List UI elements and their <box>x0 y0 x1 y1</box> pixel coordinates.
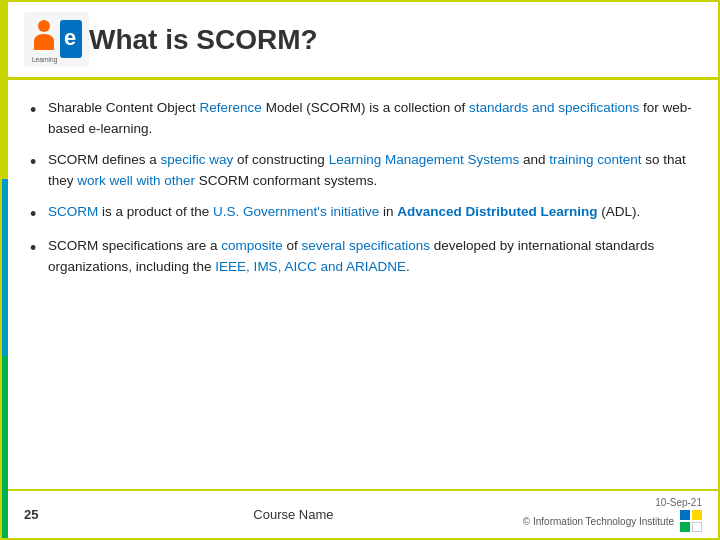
span-ieee: IEEE, IMS, AICC and ARIADNE <box>215 259 406 274</box>
slide-content: • Sharable Content Object Reference Mode… <box>2 80 718 489</box>
grid-sq-2 <box>692 510 702 520</box>
span-standards: standards and specifications <box>469 100 639 115</box>
span-specific-way: specific way <box>161 152 234 167</box>
slide-header: e Learning What is SCORM? <box>2 2 718 80</box>
span-adl: Advanced Distributed Learning <box>397 204 597 219</box>
footer-date: 10-Sep-21 <box>655 497 702 508</box>
grid-sq-1 <box>680 510 690 520</box>
span-training: training content <box>549 152 641 167</box>
slide-footer: 25 Course Name 10-Sep-21 © Information T… <box>2 489 718 538</box>
bullet-item-3: • SCORM is a product of the U.S. Governm… <box>30 202 694 226</box>
logo: e Learning <box>24 12 89 67</box>
slide-title: What is SCORM? <box>89 24 318 56</box>
grid-sq-3 <box>680 522 690 532</box>
span-lms: Learning Management Systems <box>329 152 520 167</box>
bullet-text-2: SCORM defines a specific way of construc… <box>48 150 694 192</box>
footer-right-section: 10-Sep-21 © Information Technology Insti… <box>523 497 702 532</box>
span-several-specs: several specifications <box>302 238 430 253</box>
footer-logo-area: © Information Technology Institute <box>523 510 702 532</box>
page-number: 25 <box>24 507 64 522</box>
bullet-text-4: SCORM specifications are a composite of … <box>48 236 694 278</box>
bullet-item-1: • Sharable Content Object Reference Mode… <box>30 98 694 140</box>
slide: e Learning What is SCORM? • Sharable Con… <box>0 0 720 540</box>
svg-text:e: e <box>64 25 76 50</box>
span-work-well: work well with other <box>77 173 195 188</box>
bullet-dot-2: • <box>30 150 48 174</box>
span-gov: U.S. Government's initiative <box>213 204 379 219</box>
bullet-dot-1: • <box>30 98 48 122</box>
svg-point-1 <box>38 20 50 32</box>
bullet-text-1: Sharable Content Object Reference Model … <box>48 98 694 140</box>
bullet-item-2: • SCORM defines a specific way of constr… <box>30 150 694 192</box>
bullet-item-4: • SCORM specifications are a composite o… <box>30 236 694 278</box>
footer-icon-grid <box>680 510 702 532</box>
bullet-dot-3: • <box>30 202 48 226</box>
span-reference: Reference <box>200 100 262 115</box>
bullet-dot-4: • <box>30 236 48 260</box>
svg-text:Learning: Learning <box>32 56 58 64</box>
bullet-text-3: SCORM is a product of the U.S. Governmen… <box>48 202 694 223</box>
span-scorm3: SCORM <box>48 204 98 219</box>
span-composite: composite <box>221 238 283 253</box>
grid-sq-4 <box>692 522 702 532</box>
left-accent-bar <box>2 2 8 538</box>
course-name: Course Name <box>64 507 523 522</box>
footer-copyright: © Information Technology Institute <box>523 516 674 527</box>
